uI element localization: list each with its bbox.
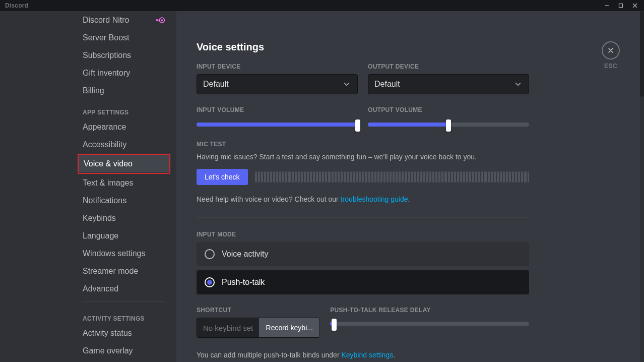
mic-test-label: MIC TEST [197,141,529,148]
sidebar-item-label: Advanced [83,283,118,294]
close-esc-label: ESC [602,63,620,70]
record-keybind-button[interactable]: Record keybi... [259,318,319,337]
output-device-value: Default [374,80,400,89]
radio-label: Push-to-talk [222,278,265,287]
help-text: Need help with voice or video? Check out… [197,194,529,204]
sidebar-separator [83,301,165,302]
sidebar-item-label: Streamer mode [83,266,138,277]
sidebar-item-game-overlay[interactable]: Game overlay [78,342,170,359]
title-bar: Discord [0,0,644,11]
sidebar-item-label: Game overlay [83,345,133,356]
sidebar-item-activity-status[interactable]: Activity status [78,325,170,342]
input-mode-push-to-talk[interactable]: Push-to-talk [197,270,529,294]
sidebar-item-label: Language [83,230,118,242]
radio-icon [205,277,215,287]
sidebar-item-billing[interactable]: Billing [78,82,170,99]
page-title: Voice settings [197,41,529,53]
chevron-down-icon [513,80,523,89]
sidebar-item-discord-nitro[interactable]: Discord Nitro [78,12,170,29]
sidebar-item-advanced[interactable]: Advanced [78,280,170,297]
svg-point-5 [161,19,163,21]
window-close-button[interactable] [628,0,642,11]
mic-test-button[interactable]: Let's check [197,169,248,185]
sidebar-item-subscriptions[interactable]: Subscriptions [78,47,170,64]
close-settings-button[interactable] [602,41,620,59]
sidebar-item-accessibility[interactable]: Accessibility [78,136,170,153]
sidebar-item-label: Text & images [83,177,133,189]
window-buttons [600,0,642,11]
slider-handle[interactable] [332,319,337,331]
chevron-down-icon [342,80,351,89]
release-delay-slider[interactable] [330,322,529,326]
sidebar-item-label: Gift inventory [83,68,130,79]
sidebar-header-activity-settings: ACTIVITY SETTINGS [78,306,170,324]
sidebar-item-keybinds[interactable]: Keybinds [78,210,170,227]
content-scrollbar[interactable] [640,11,644,362]
slider-fill [197,123,358,127]
input-mode-voice-activity[interactable]: Voice activity [197,242,529,266]
sidebar-header-app-settings: APP SETTINGS [78,100,170,118]
sidebar-item-label: Server Boost [83,32,129,43]
slider-handle[interactable] [446,119,451,132]
push-to-talk-footnote: You can add multiple push-to-talk binds … [197,351,529,359]
sidebar-item-streamer-mode[interactable]: Streamer mode [78,263,170,280]
mic-test-description: Having mic issues? Start a test and say … [197,152,529,162]
highlight-voice-video: Voice & video [78,154,170,174]
svg-rect-1 [619,4,623,8]
sidebar-item-windows-settings[interactable]: Windows settings [78,245,170,262]
sidebar-item-server-boost[interactable]: Server Boost [78,29,170,46]
maximize-button[interactable] [614,0,628,11]
sidebar-item-label: Subscriptions [83,50,131,61]
slider-handle[interactable] [355,119,360,132]
mic-level-meter [255,171,529,183]
minimize-button[interactable] [600,0,614,11]
sidebar-item-label: Accessibility [83,139,126,150]
divider [197,217,529,218]
sidebar-item-appearance[interactable]: Appearance [78,118,170,136]
output-volume-label: OUTPUT VOLUME [368,106,529,113]
svg-rect-6 [156,19,159,21]
output-volume-slider[interactable] [368,123,529,127]
sidebar-item-label: Notifications [83,195,126,206]
input-device-select[interactable]: Default [197,74,358,94]
app-brand: Discord [5,2,28,9]
sidebar-item-label: Discord Nitro [83,15,129,26]
keybind-settings-link[interactable]: Keybind settings [341,351,393,359]
output-device-label: OUTPUT DEVICE [368,63,529,70]
troubleshooting-link[interactable]: troubleshooting guide [341,195,408,203]
input-device-label: INPUT DEVICE [197,63,358,70]
keybind-value: No keybind set [197,318,259,337]
shortcut-label: SHORTCUT [197,307,320,314]
sidebar-item-language[interactable]: Language [78,227,170,245]
output-device-select[interactable]: Default [368,74,529,94]
sidebar-item-text-images[interactable]: Text & images [78,174,170,192]
input-device-value: Default [203,80,229,89]
sidebar-item-label: Billing [83,85,104,96]
sidebar-item-notifications[interactable]: Notifications [78,192,170,209]
input-volume-label: INPUT VOLUME [197,106,358,113]
input-mode-label: INPUT MODE [197,231,529,238]
settings-sidebar: Discord Nitro Server Boost Subscriptions… [0,11,176,362]
radio-icon [205,249,215,259]
keybind-box: No keybind set Record keybi... [197,318,320,338]
sidebar-item-label: Windows settings [83,248,146,259]
close-icon [607,46,615,54]
sidebar-item-label: Activity status [83,328,132,339]
nitro-icon [155,17,165,24]
sidebar-item-label: Voice & video [84,158,133,169]
input-volume-slider[interactable] [197,123,358,127]
sidebar-item-gift-inventory[interactable]: Gift inventory [78,65,170,82]
settings-content: ESC Voice settings INPUT DEVICE Default … [176,11,644,362]
release-delay-label: PUSH-TO-TALK RELEASE DELAY [330,307,529,314]
sidebar-item-voice-video[interactable]: Voice & video [79,155,169,172]
slider-fill [368,123,448,127]
radio-label: Voice activity [222,250,268,259]
sidebar-item-label: Appearance [83,122,126,133]
sidebar-item-label: Keybinds [83,213,116,224]
